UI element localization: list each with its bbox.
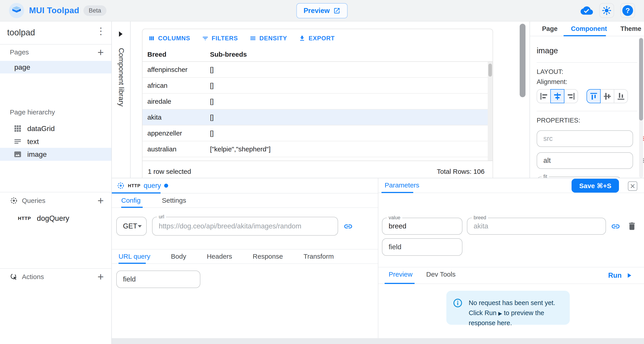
add-page-button[interactable]: +: [98, 47, 104, 58]
divider: [537, 111, 637, 111]
query-tab-label: query: [144, 182, 161, 190]
add-action-button[interactable]: +: [98, 271, 104, 282]
tab-parameters[interactable]: Parameters: [384, 178, 419, 192]
preview-button[interactable]: Preview: [296, 3, 348, 18]
http-badge: HTTP: [18, 216, 31, 221]
close-query-editor-button[interactable]: ✕: [628, 182, 637, 191]
table-row[interactable]: [142, 157, 492, 160]
url-input[interactable]: [152, 217, 338, 235]
tab-body[interactable]: Body: [171, 253, 186, 260]
method-select[interactable]: GET: [116, 217, 147, 236]
tab-headers[interactable]: Headers: [207, 253, 232, 260]
param-value-input[interactable]: [467, 218, 606, 234]
column-header-breed[interactable]: Breed: [142, 51, 210, 58]
request-tabs: URL query Body Headers Response Transfor…: [112, 249, 378, 264]
query-item-dogquery[interactable]: HTTP dogQuery: [0, 212, 111, 225]
preview-button-label: Preview: [304, 7, 330, 15]
beta-badge: Beta: [84, 5, 107, 16]
column-header-subbreeds[interactable]: Sub-breeds: [210, 51, 492, 58]
bind-parameter-icon[interactable]: [611, 222, 620, 231]
inspector-panel: Page Component Theme image LAYOUT: Align…: [530, 22, 644, 178]
align-horizontal-right-button[interactable]: [564, 89, 578, 103]
tab-preview[interactable]: Preview: [389, 267, 412, 281]
tab-config[interactable]: Config: [121, 194, 141, 207]
tab-settings[interactable]: Settings: [162, 194, 186, 207]
bind-url-icon[interactable]: [344, 222, 353, 231]
divider: [0, 268, 111, 269]
hierarchy-item-text[interactable]: text: [0, 135, 111, 148]
tab-devtools[interactable]: Dev Tools: [426, 267, 456, 281]
explorer-sidebar: toolpad ⋮ Pages + page Page hierarchy da…: [0, 22, 112, 344]
tab-response[interactable]: Response: [253, 253, 283, 260]
download-icon: [299, 35, 306, 42]
query-param-name-input[interactable]: [117, 271, 200, 288]
datagrid-component[interactable]: COLUMNS FILTERS DENSITY EXPORT Breed Sub…: [142, 29, 493, 178]
delete-parameter-icon[interactable]: [627, 221, 637, 231]
mui-toolpad-app: MUI Toolpad Beta Preview ?: [0, 0, 644, 344]
src-property-row: [537, 130, 637, 147]
table-row[interactable]: appenzeller []: [142, 125, 492, 141]
inspector-scrollbar[interactable]: [639, 37, 643, 178]
tab-url-query[interactable]: URL query: [118, 253, 150, 260]
top-app-bar: MUI Toolpad Beta Preview ?: [0, 0, 644, 22]
density-button[interactable]: DENSITY: [250, 35, 287, 42]
hierarchy-item-image[interactable]: image: [0, 148, 111, 161]
new-param-input[interactable]: [382, 239, 462, 255]
align-vertical-center-button[interactable]: [600, 89, 614, 103]
filters-button[interactable]: FILTERS: [202, 35, 238, 42]
http-query-tab[interactable]: HTTP query: [117, 178, 168, 193]
table-row-selected[interactable]: akita []: [142, 109, 492, 125]
table-row[interactable]: affenpinscher []: [142, 62, 492, 78]
tab-page[interactable]: Page: [535, 22, 564, 36]
save-button[interactable]: Save ⌘+S: [572, 179, 619, 193]
export-button[interactable]: EXPORT: [299, 35, 335, 42]
align-vertical-bottom-button[interactable]: [614, 89, 628, 103]
help-button[interactable]: ?: [620, 3, 635, 18]
alignment-controls: [537, 89, 637, 103]
hierarchy-item-datagrid[interactable]: dataGrid: [0, 122, 111, 135]
theme-toggle-button[interactable]: [599, 3, 614, 18]
component-library-panel[interactable]: Component library: [112, 22, 130, 178]
alt-input[interactable]: [537, 152, 633, 169]
result-tab-bar: Preview Dev Tools Run: [378, 267, 644, 284]
project-menu-button[interactable]: ⋮: [96, 27, 106, 36]
hierarchy-item-label: dataGrid: [27, 124, 55, 133]
hierarchy-item-label: image: [27, 150, 47, 158]
help-icon: ?: [622, 5, 633, 16]
columns-button[interactable]: COLUMNS: [148, 35, 190, 42]
datagrid-scrollbar[interactable]: [488, 62, 492, 160]
active-tab-indicator: [121, 207, 143, 208]
query-tab-bar: HTTP query: [112, 178, 378, 194]
run-button[interactable]: Run: [608, 267, 633, 283]
align-vertical-top-button[interactable]: [586, 89, 600, 103]
tab-transform[interactable]: Transform: [304, 253, 334, 260]
align-horizontal-left-button[interactable]: [537, 89, 551, 103]
table-row[interactable]: airedale []: [142, 94, 492, 109]
actions-section-label: Actions: [10, 273, 44, 281]
datagrid-header-row: Breed Sub-breeds: [142, 48, 492, 62]
scrollbar-thumb[interactable]: [639, 38, 643, 120]
tab-theme[interactable]: Theme: [614, 22, 644, 36]
inspector-tabs: Page Component Theme: [530, 22, 644, 36]
expand-panel-icon[interactable]: [119, 31, 122, 37]
component-library-label: Component library: [117, 48, 126, 106]
table-row[interactable]: african []: [142, 78, 492, 94]
table-row[interactable]: australian ["kelpie","shepherd"]: [142, 141, 492, 157]
pages-section-label: Pages: [10, 48, 29, 56]
url-query-field-row: [116, 271, 200, 288]
active-tab-indicator: [384, 283, 414, 284]
align-horizontal-center-button[interactable]: [550, 89, 564, 103]
mui-toolpad-logo-icon: [9, 3, 24, 18]
new-param-field: [382, 238, 462, 256]
info-icon: [452, 298, 463, 317]
cloud-done-icon: [580, 5, 593, 16]
src-input[interactable]: [537, 130, 633, 147]
tab-component[interactable]: Component: [564, 22, 614, 36]
add-query-button[interactable]: +: [98, 195, 104, 206]
param-name-label: value: [387, 215, 402, 221]
rows-selected-status: 1 row selected: [148, 168, 191, 175]
param-name-field: value: [382, 218, 462, 235]
scrollbar-thumb[interactable]: [488, 64, 492, 77]
sidebar-item-page[interactable]: page: [0, 61, 111, 73]
canvas-scrollbar-thumb[interactable]: [520, 24, 526, 97]
